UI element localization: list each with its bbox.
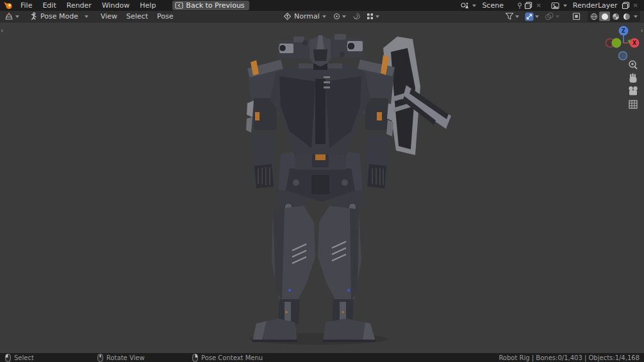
pivot-point-button[interactable] <box>331 12 349 22</box>
menu-help[interactable]: Help <box>135 1 161 10</box>
new-scene-icon[interactable] <box>524 1 533 10</box>
editor-3d-viewport-icon <box>4 12 14 21</box>
expand-sidebar-arrow-icon[interactable]: ‹ <box>641 28 643 34</box>
snapping-chevron <box>376 15 379 18</box>
axis-minus-z-ball[interactable] <box>619 52 627 60</box>
remove-render-layer-icon[interactable]: ✕ <box>631 2 640 9</box>
snapping-icon <box>366 12 374 21</box>
back-screen-icon <box>175 2 183 9</box>
blender-window: File Edit Render Window Help Back to Pre… <box>0 0 644 362</box>
viewport-3d[interactable]: › ‹ <box>0 22 644 353</box>
axis-y-ball[interactable] <box>612 38 621 47</box>
orientation-label: Normal <box>294 12 320 21</box>
editor-type-button[interactable] <box>3 12 22 22</box>
gizmos-icon <box>525 12 534 21</box>
scene-name[interactable]: Scene <box>479 1 515 10</box>
xray-toggle-button[interactable] <box>571 12 582 22</box>
visibility-filter-icon <box>505 12 514 21</box>
visibility-chevron <box>515 15 519 18</box>
hint-rotate-view: Rotate View <box>97 353 145 362</box>
mode-selector[interactable]: Pose Mode <box>27 12 92 22</box>
scene-icon <box>460 2 469 10</box>
object-visibility-button[interactable] <box>504 12 522 22</box>
robot-wings <box>383 37 451 155</box>
menu-select[interactable]: Select <box>122 12 153 21</box>
scene-dropdown-chevron <box>472 4 476 7</box>
gizmos-toggle-button[interactable] <box>524 12 541 22</box>
topbar: File Edit Render Window Help Back to Pre… <box>0 0 644 11</box>
proportional-editing-button[interactable] <box>351 12 362 22</box>
shading-chevron[interactable] <box>634 15 638 18</box>
viewport-header: Pose Mode View Select Pose Normal <box>0 11 644 22</box>
pin-icon[interactable] <box>516 2 523 10</box>
pose-mode-icon <box>29 12 38 21</box>
editor-type-chevron <box>15 15 19 18</box>
mouse-middle-icon <box>97 354 103 362</box>
material-sphere-icon <box>612 13 620 21</box>
transform-tools: Normal <box>282 12 382 22</box>
back-to-previous-label: Back to Previous <box>186 1 244 10</box>
solid-sphere-icon <box>601 13 609 21</box>
snapping-button[interactable] <box>365 12 382 22</box>
render-layer-selector[interactable]: RenderLayer <box>551 1 620 10</box>
scene-stats: Robot Rig | Bones:0/1,403 | Objects:1/4,… <box>499 353 640 362</box>
axis-z-label: Z <box>622 28 625 34</box>
hint-rotate-view-label: Rotate View <box>106 354 145 361</box>
overlays-icon <box>545 12 554 21</box>
perspective-grid-icon[interactable] <box>629 101 637 108</box>
display-tools <box>504 11 640 22</box>
mode-selector-label: Pose Mode <box>40 12 78 21</box>
proportional-editing-icon <box>352 12 361 21</box>
pivot-point-chevron <box>342 15 346 18</box>
shading-rendered-button[interactable] <box>621 12 632 21</box>
orientation-chevron <box>322 15 326 18</box>
hint-pose-context-menu: Pose Context Menu <box>192 353 263 362</box>
mouse-right-icon <box>192 354 198 362</box>
viewport-navigation: Z Y X <box>601 24 644 114</box>
overlays-chevron <box>556 15 559 18</box>
hint-select-label: Select <box>14 354 34 361</box>
render-layer-dropdown-chevron <box>563 4 567 7</box>
statusbar: Select Rotate View Pose Context Menu Rob… <box>0 353 644 362</box>
scene-selector[interactable]: Scene <box>460 1 515 10</box>
shading-mode-cluster <box>588 11 640 22</box>
menu-pose[interactable]: Pose <box>153 12 178 21</box>
menu-render[interactable]: Render <box>62 1 97 10</box>
mode-selector-chevron <box>85 15 88 18</box>
hint-pose-context-menu-label: Pose Context Menu <box>201 354 263 361</box>
transform-orientation-button[interactable]: Normal <box>282 12 329 22</box>
camera-view-icon[interactable] <box>629 86 637 95</box>
menu-edit[interactable]: Edit <box>37 1 61 10</box>
shading-wireframe-button[interactable] <box>588 12 599 21</box>
overlays-toggle-button[interactable] <box>543 12 562 22</box>
xray-icon <box>572 12 581 21</box>
shading-solid-button[interactable] <box>599 12 610 21</box>
axis-x-label: X <box>632 40 637 46</box>
shading-material-button[interactable] <box>610 12 621 21</box>
gizmos-chevron <box>535 15 539 18</box>
menu-window[interactable]: Window <box>97 1 135 10</box>
hint-select: Select <box>5 353 34 362</box>
copy-render-layer-icon[interactable] <box>622 1 630 10</box>
menu-view[interactable]: View <box>96 12 122 21</box>
mouse-left-icon <box>5 354 11 362</box>
zoom-icon[interactable] <box>629 61 637 69</box>
orientation-normal-icon <box>283 12 292 21</box>
render-layer-icon <box>551 2 560 10</box>
pan-hand-icon[interactable] <box>630 74 637 83</box>
pivot-point-icon <box>333 12 341 21</box>
robot-model[interactable] <box>0 22 644 353</box>
expand-toolbar-arrow-icon[interactable]: › <box>1 28 3 34</box>
orientation-gizmo[interactable]: Z Y X <box>606 26 640 60</box>
unlink-scene-icon[interactable]: ✕ <box>534 2 543 9</box>
menu-file[interactable]: File <box>15 1 37 10</box>
back-to-previous-button[interactable]: Back to Previous <box>172 1 249 10</box>
wireframe-sphere-icon <box>590 13 598 21</box>
blender-logo-icon[interactable] <box>3 1 13 10</box>
rendered-sphere-icon <box>623 13 631 21</box>
render-layer-name[interactable]: RenderLayer <box>570 1 620 10</box>
